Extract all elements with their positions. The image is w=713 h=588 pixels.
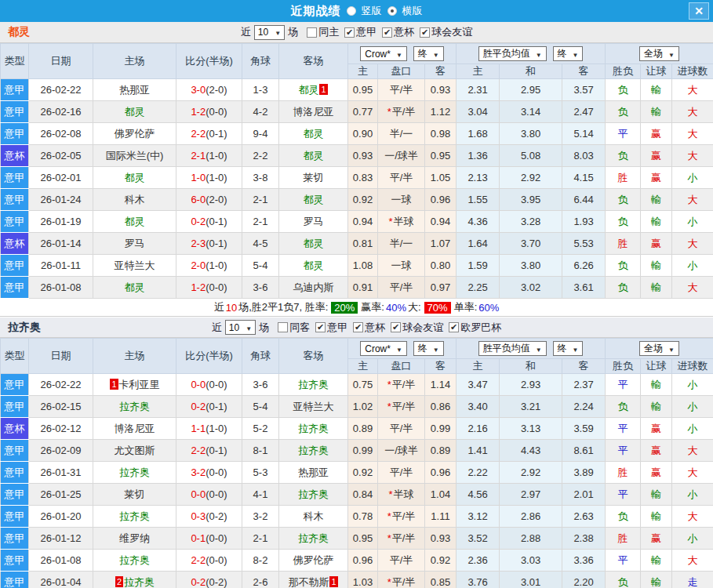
checkbox-checked-icon[interactable]: ✔ [449,322,459,332]
odds-final-select[interactable]: 终 [413,46,444,61]
filter-checkbox-label[interactable]: 同主 [318,25,339,39]
mean-home-cell: 3.76 [457,572,500,588]
opponent-team-name: 亚特兰大 [115,260,155,271]
filter-checkbox-label[interactable]: 欧罗巴杯 [460,321,501,335]
home-odds-cell: 0.93 [348,145,378,167]
home-team-cell: 拉齐奥 [93,550,176,572]
match-count-select[interactable]: 10 [225,320,256,335]
filter-checkbox-label[interactable]: 意杯 [365,321,385,335]
sub-handicap: 盘口 [378,359,425,374]
home-team-cell: 都灵 [93,211,176,233]
checkbox-unchecked-icon[interactable] [307,27,317,38]
away-odds-cell: 1.11 [425,506,457,528]
checkbox-checked-icon[interactable]: ✔ [420,27,430,38]
table-row: 意甲 26-02-22 1卡利亚里 0-0(0-0) 3-6 拉齐奥 0.75 … [1,374,713,396]
close-icon[interactable]: ✕ [689,2,709,20]
odds-company-select[interactable]: Crow* [360,46,407,61]
away-odds-cell: 0.96 [425,189,457,211]
checkbox-checked-icon[interactable]: ✔ [391,322,401,332]
league-cell: 意甲 [1,79,29,101]
mean-draw-cell: 3.95 [500,189,562,211]
home-odds-cell: 1.08 [348,255,378,277]
mean-draw-cell: 2.97 [500,484,562,506]
result-cell: 负 [606,255,641,277]
mean-away-cell: 3.89 [562,462,606,484]
near-label: 近 [212,321,222,335]
scope-select[interactable]: 全场 [639,341,679,356]
fulltime-score: 0-1 [191,532,206,544]
mean-draw-cell: 3.28 [500,211,562,233]
date-cell: 26-02-22 [29,374,93,396]
mean-select[interactable]: 胜平负均值 [478,341,547,356]
opponent-team-name: 罗马 [304,216,324,227]
filter-checkbox-label[interactable]: 意杯 [394,25,414,39]
sub-away-odds: 客 [425,64,457,79]
away-team-cell: 都灵 [279,233,348,255]
league-cell: 意甲 [1,462,29,484]
league-cell: 意甲 [1,189,29,211]
radio-vertical-label[interactable]: 竖版 [362,4,382,18]
mean-final-select[interactable]: 终 [553,46,584,61]
mean-draw-cell: 3.13 [500,418,562,440]
mean-away-cell: 2.38 [562,528,606,550]
filter-checkbox-label[interactable]: 意甲 [327,321,347,335]
league-cell: 意甲 [1,374,29,396]
radio-vertical-layout[interactable] [347,6,356,16]
mean-draw-cell: 5.08 [500,145,562,167]
away-odds-cell: 1.05 [425,167,457,189]
checkbox-checked-icon[interactable]: ✔ [344,27,355,38]
win-odds-label: 赢率: [361,300,384,314]
odds-company-select[interactable]: Crow* [360,341,407,356]
away-odds-cell: 1.07 [425,233,457,255]
mean-away-cell: 4.15 [562,167,606,189]
checkbox-checked-icon[interactable]: ✔ [382,27,392,38]
mean-draw-cell: 2.95 [500,79,562,101]
sub-mean-draw: 和 [500,359,562,374]
filter-checkbox-label[interactable]: 同客 [289,321,310,335]
subject-team-name: 都灵 [125,106,145,118]
goals-result-cell: 小 [672,528,713,550]
goals-result-cell: 小 [672,396,713,418]
mean-draw-cell: 2.92 [500,167,562,189]
scope-group-header: 全场 [606,44,713,64]
filter-checkboxes: 同客✔意甲✔意杯✔球会友谊✔欧罗巴杯 [272,321,501,335]
sub-spread: 让球 [641,64,672,79]
league-cell: 意杯 [1,145,29,167]
sub-result: 胜负 [606,64,641,79]
handicap-result-cell: 輸 [641,374,672,396]
mean-select[interactable]: 胜平负均值 [478,46,547,61]
checkbox-checked-icon[interactable]: ✔ [315,322,326,332]
halftime-score: (1-0) [206,150,227,162]
mean-draw-cell: 2.86 [500,506,562,528]
filter-checkbox-label[interactable]: 球会友谊 [431,25,472,39]
opponent-team-name: 亚特兰大 [293,401,334,412]
mean-away-cell: 3.36 [562,550,606,572]
away-odds-cell: 0.96 [425,462,457,484]
halftime-score: (1-0) [206,260,227,271]
goals-result-cell: 大 [672,440,713,462]
away-odds-cell: 0.93 [425,528,457,550]
checkbox-checked-icon[interactable]: ✔ [353,322,363,332]
radio-horizontal-label[interactable]: 横版 [402,4,423,18]
opponent-team-name: 罗马 [125,238,145,249]
mean-home-cell: 1.41 [457,440,500,462]
mean-away-cell: 5.53 [562,233,606,255]
subject-team-name: 拉齐奥 [298,445,329,456]
torino-controls: 都灵 近 10 场 同主✔意甲✔意杯✔球会友谊 [0,22,713,43]
radio-horizontal-layout[interactable] [387,6,397,16]
filter-checkbox-label[interactable]: 意甲 [356,25,377,39]
handicap-cell: 平/半 [378,79,425,101]
home-odds-cell: 0.77 [348,101,378,123]
scope-select[interactable]: 全场 [639,46,679,61]
mean-final-select[interactable]: 终 [553,341,584,356]
odds-final-select[interactable]: 终 [413,341,444,356]
checkbox-unchecked-icon[interactable] [278,322,288,332]
match-count-select[interactable]: 10 [254,25,285,40]
home-team-cell: 1卡利亚里 [93,374,176,396]
halftime-score: (0-1) [206,216,227,227]
halftime-score: (0-1) [206,128,227,140]
goals-result-cell: 小 [672,211,713,233]
torino-results-table: 类型 日期 主场 比分(半场) 角球 客场 Crow* 终 胜平负均值 终 全场 [0,43,713,299]
subject-team-name: 拉齐奥 [119,466,150,478]
filter-checkbox-label[interactable]: 球会友谊 [402,321,443,335]
